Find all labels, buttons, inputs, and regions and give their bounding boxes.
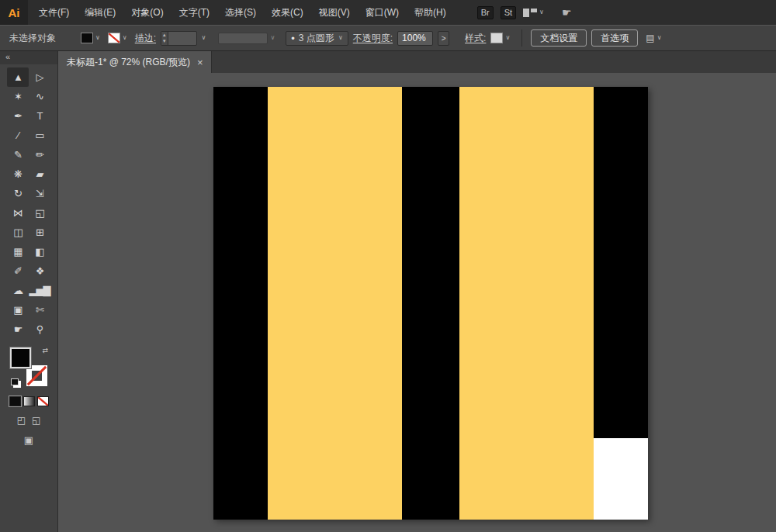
- lasso-tool[interactable]: ∿: [29, 87, 50, 106]
- width-profile-preview: [218, 33, 268, 44]
- draw-behind-icon[interactable]: ◱: [32, 415, 40, 426]
- stepper-arrows[interactable]: ▴ ▾: [161, 32, 168, 45]
- direct-selection-tool[interactable]: ▷: [29, 67, 50, 87]
- fill-color-control[interactable]: ∨: [81, 33, 100, 43]
- width-tool[interactable]: ⋈: [7, 203, 29, 223]
- yellow-stripe-left[interactable]: [268, 87, 402, 520]
- document-tab-bar: 未标题-1* @ 72% (RGB/预览) ×: [58, 51, 776, 73]
- menu-item[interactable]: 窗口(W): [358, 0, 407, 25]
- chevron-down-icon: ∨: [539, 9, 544, 16]
- free-transform-tool[interactable]: ◱: [29, 203, 50, 223]
- stroke-weight-stepper[interactable]: ▴ ▾: [161, 31, 197, 46]
- style-link[interactable]: 样式:: [465, 32, 486, 45]
- screen-mode-row: ▣: [24, 434, 33, 446]
- panel-menu-icon: ▤: [646, 33, 654, 43]
- black-rectangle-right[interactable]: [594, 87, 648, 438]
- shape-builder-tool[interactable]: ◫: [7, 223, 29, 242]
- panel-collapse-button[interactable]: «: [0, 51, 57, 64]
- none-button[interactable]: [37, 396, 49, 406]
- brush-name: 3 点圆形: [299, 32, 334, 45]
- chevron-down-icon: ∨: [338, 35, 343, 41]
- zoom-tool[interactable]: ⚲: [29, 320, 50, 339]
- color-button[interactable]: [9, 396, 21, 406]
- close-icon[interactable]: ×: [197, 57, 203, 68]
- menu-item[interactable]: 视图(V): [311, 0, 358, 25]
- rotate-tool[interactable]: ↻: [7, 184, 29, 203]
- stock-button[interactable]: St: [501, 6, 516, 19]
- eyedropper-tool[interactable]: ✐: [7, 261, 29, 281]
- stroke-swatch[interactable]: [26, 365, 47, 386]
- line-segment-tool[interactable]: ∕: [7, 126, 29, 145]
- swap-fill-stroke-icon[interactable]: ⇄: [42, 347, 48, 354]
- gradient-tool[interactable]: ◧: [29, 242, 50, 261]
- document-tab[interactable]: 未标题-1* @ 72% (RGB/预览) ×: [58, 51, 212, 73]
- stroke-color-control[interactable]: ∨: [108, 33, 127, 43]
- stroke-weight-dropdown-icon[interactable]: ∨: [202, 35, 206, 41]
- menu-item[interactable]: 效果(C): [264, 0, 311, 25]
- hand-tool[interactable]: ☛: [7, 320, 29, 339]
- menu-item[interactable]: 文字(T): [171, 0, 217, 25]
- blend-tool[interactable]: ❖: [29, 261, 50, 281]
- stroke-weight-input[interactable]: [168, 32, 196, 45]
- rectangle-tool[interactable]: ▭: [29, 126, 50, 145]
- chevron-down-icon: ∨: [270, 35, 275, 41]
- style-dropdown[interactable]: ∨: [490, 33, 510, 43]
- pen-tool[interactable]: ✒: [7, 106, 29, 126]
- workspace-switcher[interactable]: ∨: [523, 9, 544, 17]
- draw-normal-icon[interactable]: ◰: [17, 415, 26, 426]
- slice-tool[interactable]: ✄: [29, 300, 50, 320]
- color-mode-row: [9, 396, 49, 406]
- default-fill-stroke-icon[interactable]: [11, 378, 19, 385]
- chevron-down-icon: ∨: [657, 35, 662, 41]
- width-profile-dropdown: ∨: [218, 33, 275, 44]
- cs-live-hand-icon[interactable]: ☛: [562, 6, 572, 19]
- tools-panel: « ▲▷✶∿✒T∕▭✎✏❋▰↻⇲⋈◱◫⊞▦◧✐❖☁▂▅▇▣✄☛⚲ ⇄ ◰ ◱ ▣: [0, 51, 58, 532]
- chevron-down-icon: ∨: [95, 35, 100, 41]
- perspective-grid-tool[interactable]: ⊞: [29, 223, 50, 242]
- screen-mode-button[interactable]: ▣: [24, 434, 33, 446]
- menu-item[interactable]: 对象(O): [123, 0, 171, 25]
- opacity-input[interactable]: 100%: [397, 31, 433, 46]
- stepper-up-icon[interactable]: ▴: [163, 32, 166, 38]
- bridge-button[interactable]: Br: [477, 6, 494, 19]
- canvas-area[interactable]: [58, 73, 776, 532]
- mesh-tool[interactable]: ▦: [7, 242, 29, 261]
- magic-wand-tool[interactable]: ✶: [7, 87, 29, 106]
- app-logo: Ai: [0, 0, 28, 25]
- artboard-tool[interactable]: ▣: [7, 300, 29, 320]
- scale-tool[interactable]: ⇲: [29, 184, 50, 203]
- control-panel-menu[interactable]: ▤ ∨: [646, 33, 661, 43]
- stroke-panel-link[interactable]: 描边:: [135, 32, 156, 45]
- workspace-icon: [523, 9, 537, 17]
- artboard[interactable]: [213, 87, 648, 520]
- divider: [521, 29, 522, 47]
- brush-preview-dot: •: [291, 33, 295, 43]
- paintbrush-tool[interactable]: ✎: [7, 145, 29, 164]
- selection-tool[interactable]: ▲: [7, 67, 29, 87]
- opacity-expand-button[interactable]: >: [438, 31, 449, 46]
- preferences-button[interactable]: 首选项: [591, 29, 638, 47]
- control-bar: 未选择对象 ∨ ∨ 描边: ▴ ▾ ∨ ∨ • 3 点圆形 ∨ 不透明度:: [0, 25, 776, 51]
- brush-definition-dropdown[interactable]: • 3 点圆形 ∨: [286, 31, 348, 46]
- stroke-color-swatch: [108, 33, 120, 43]
- column-graph-tool[interactable]: ▂▅▇: [29, 281, 50, 300]
- eraser-tool[interactable]: ▰: [29, 164, 50, 184]
- document-setup-button[interactable]: 文档设置: [531, 29, 587, 47]
- blob-brush-tool[interactable]: ❋: [7, 164, 29, 184]
- document-tab-title: 未标题-1* @ 72% (RGB/预览): [67, 56, 190, 69]
- menu-item[interactable]: 文件(F): [31, 0, 77, 25]
- gradient-button[interactable]: [23, 396, 35, 406]
- fill-swatch[interactable]: [10, 347, 31, 368]
- type-tool[interactable]: T: [29, 106, 50, 126]
- stepper-down-icon[interactable]: ▾: [163, 38, 166, 44]
- pencil-tool[interactable]: ✏: [29, 145, 50, 164]
- fill-color-swatch: [81, 33, 93, 43]
- drawing-modes: ◰ ◱: [17, 415, 41, 426]
- menu-item[interactable]: 编辑(E): [77, 0, 123, 25]
- symbol-sprayer-tool[interactable]: ☁: [7, 281, 29, 300]
- fill-stroke-control: ⇄: [9, 347, 48, 387]
- menu-item[interactable]: 帮助(H): [407, 0, 454, 25]
- yellow-stripe-right[interactable]: [459, 87, 594, 520]
- menu-item[interactable]: 选择(S): [217, 0, 264, 25]
- opacity-link[interactable]: 不透明度:: [353, 32, 393, 45]
